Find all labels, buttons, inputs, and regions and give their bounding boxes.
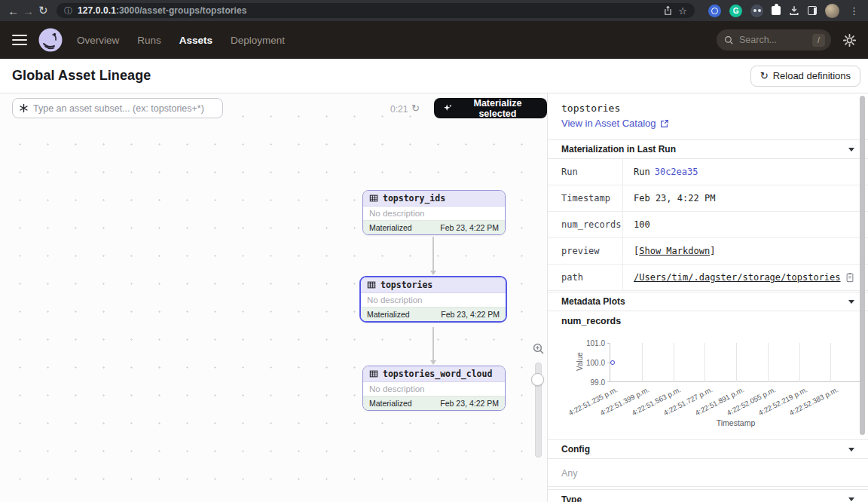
y-tick-mark (607, 343, 610, 344)
table-icon (367, 280, 376, 289)
run-prefix: Run (634, 167, 650, 177)
section-type[interactable]: Type (548, 489, 868, 502)
asset-name: topstories_word_cloud (383, 369, 492, 379)
asset-status: Materialized (369, 399, 412, 408)
gridline (642, 343, 643, 382)
nav-menu: Overview Runs Assets Deployment (77, 35, 285, 46)
nav-right: / (717, 29, 856, 51)
row-value: 100 (623, 212, 650, 237)
y-tick-label: 101.0 (572, 339, 605, 347)
dagster-logo[interactable] (38, 27, 63, 53)
gridline (674, 343, 674, 382)
row-label: path (548, 265, 623, 290)
bookmark-star-icon[interactable]: ☆ (678, 5, 687, 17)
site-info-icon[interactable]: ⓘ (64, 7, 72, 15)
extensions-puzzle-icon[interactable] (772, 6, 781, 15)
nav-item-overview[interactable]: Overview (77, 35, 119, 46)
table-row-timestamp: Timestamp Feb 23, 4:22 PM (548, 185, 868, 212)
table-icon (369, 194, 378, 203)
extension-glasses-icon[interactable] (750, 5, 763, 17)
extension-1password-icon[interactable] (708, 5, 721, 17)
row-value: Feb 23, 4:22 PM (623, 185, 715, 211)
section-config[interactable]: Config (548, 439, 868, 459)
gridline (736, 343, 737, 382)
app-navbar: Overview Runs Assets Deployment / (0, 21, 868, 59)
downloads-icon[interactable] (789, 5, 799, 16)
settings-gear-icon[interactable] (843, 34, 856, 47)
section-label: Metadata Plots (561, 296, 625, 307)
row-label: Timestamp (548, 185, 623, 211)
section-label: Materialization in Last Run (561, 144, 676, 155)
nav-item-assets[interactable]: Assets (179, 35, 212, 46)
asset-materialized-time: Feb 23, 4:22 PM (440, 399, 499, 408)
row-value: [Show Markdown] (623, 238, 715, 264)
asset-description: No description (363, 382, 505, 396)
reload-definitions-button[interactable]: ↻ Reload definitions (750, 66, 860, 87)
zoom-slider-handle[interactable] (531, 373, 544, 386)
sidebar-scrollbar[interactable] (860, 96, 865, 435)
section-materialization-last-run[interactable]: Materialization in Last Run (548, 139, 868, 159)
browser-back-icon[interactable]: ← (8, 2, 20, 19)
url-text: 127.0.0.1:3000/asset-groups/topstories (78, 5, 658, 16)
materialize-sparkle-icon (443, 103, 452, 113)
dagster-asset-lineage-window: ← → ↻ ⓘ 127.0.0.1:3000/asset-groups/tops… (0, 0, 868, 502)
path-link[interactable]: /Users/tim/.dagster/storage/topstories (634, 272, 841, 283)
row-label: preview (548, 238, 623, 264)
y-tick-label: 100.0 (572, 359, 605, 367)
asset-graph-canvas[interactable]: 0:21 ↻ Materialize selected topstory_ids… (0, 93, 547, 502)
bracket: [ (634, 246, 639, 256)
page-title: Global Asset Lineage (12, 68, 151, 84)
extension-grammarly-icon[interactable]: G (729, 5, 742, 17)
y-tick-mark (607, 381, 610, 382)
reload-icon: ↻ (760, 71, 769, 81)
external-link-icon (660, 119, 669, 128)
asset-subset-filter[interactable] (12, 98, 223, 118)
view-in-asset-catalog-link[interactable]: View in Asset Catalog (561, 118, 669, 129)
asset-subset-input[interactable] (33, 103, 216, 114)
table-icon (369, 369, 378, 378)
gridline (799, 343, 800, 382)
section-metadata-plots[interactable]: Metadata Plots (548, 292, 868, 311)
asset-name: topstory_ids (383, 193, 445, 204)
refresh-icon[interactable]: ↻ (411, 103, 420, 114)
nav-item-deployment[interactable]: Deployment (231, 35, 285, 46)
section-label: Config (561, 444, 590, 455)
browser-forward-icon[interactable]: → (23, 2, 35, 19)
asset-name: topstories (381, 280, 432, 290)
asset-node-topstory-ids[interactable]: topstory_ids No description Materialized… (362, 190, 506, 235)
refresh-timer: 0:21 (390, 104, 408, 115)
x-axis-title: Timestamp (610, 418, 862, 427)
catalog-link-label: View in Asset Catalog (561, 118, 656, 129)
data-point-100[interactable] (610, 360, 615, 365)
section-label: Type (561, 494, 582, 502)
hamburger-menu-icon[interactable] (12, 35, 27, 46)
asset-node-topstories-word-cloud[interactable]: topstories_word_cloud No description Mat… (362, 366, 506, 411)
x-tick-labels: 4:22:51.235 p.m. 4:22:51.399 p.m. 4:22:5… (610, 385, 862, 418)
row-value: Run30c2ea35 (623, 159, 698, 185)
show-markdown-link[interactable]: Show Markdown (639, 246, 710, 256)
plot-area (610, 343, 862, 382)
global-search[interactable]: / (717, 29, 831, 51)
share-icon[interactable] (663, 5, 673, 16)
zoom-in-icon[interactable] (532, 342, 545, 355)
edge-topstories-to-word-cloud (432, 327, 434, 364)
chevron-down-icon (848, 148, 854, 152)
url-host: 127.0.0.1 (78, 5, 116, 16)
copy-clipboard-icon[interactable] (845, 272, 854, 283)
search-input[interactable] (739, 35, 807, 45)
graph-filter-icon (19, 103, 29, 113)
browser-menu-icon[interactable]: ⋮ (848, 5, 860, 17)
address-bar[interactable]: ⓘ 127.0.0.1:3000/asset-groups/topstories… (57, 3, 695, 18)
browser-reload-icon[interactable]: ↻ (37, 2, 49, 19)
row-label: Run (548, 159, 623, 185)
asset-node-header: topstories (361, 277, 506, 293)
y-tick-label: 99.0 (572, 378, 605, 387)
asset-node-topstories[interactable]: topstories No description Materialized F… (359, 276, 507, 323)
run-id-link[interactable]: 30c2ea35 (655, 167, 698, 177)
materialization-table: Run Run30c2ea35 Timestamp Feb 23, 4:22 P… (548, 159, 868, 291)
browser-profile-avatar[interactable] (825, 4, 839, 18)
nav-item-runs[interactable]: Runs (137, 35, 161, 46)
reading-list-icon[interactable] (808, 6, 817, 15)
asset-status-row: Materialized Feb 23, 4:22 PM (363, 396, 505, 410)
materialize-selected-button[interactable]: Materialize selected (434, 98, 547, 118)
